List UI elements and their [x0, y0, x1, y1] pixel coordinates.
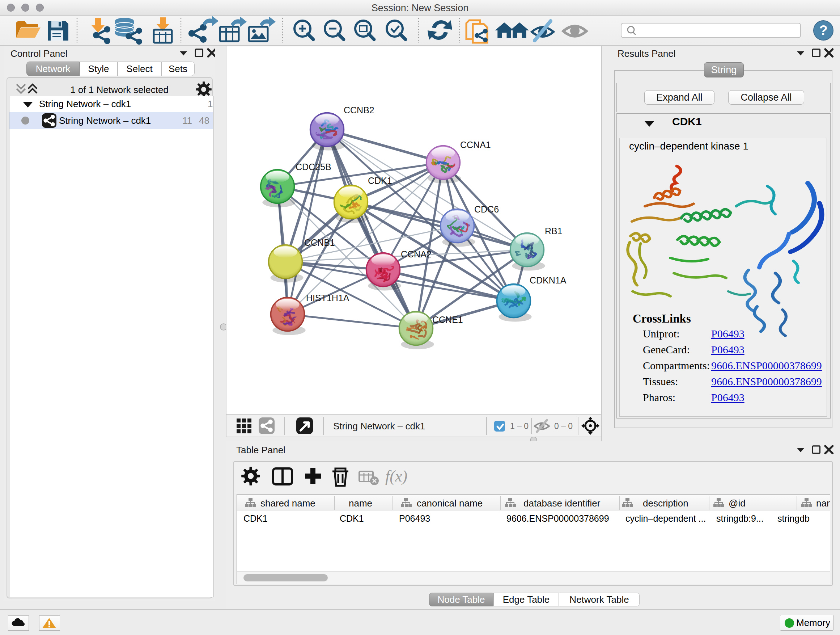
svg-text:CDC6: CDC6	[474, 204, 499, 214]
svg-text:namespace: namespace	[816, 498, 830, 509]
svg-text:CCNA1: CCNA1	[460, 140, 491, 150]
svg-text:shared name: shared name	[261, 498, 316, 509]
svg-text:CDK1: CDK1	[368, 176, 392, 186]
svg-text:name: name	[349, 498, 372, 509]
svg-text:CDKN1A: CDKN1A	[530, 275, 567, 285]
svg-text:description: description	[643, 498, 688, 509]
svg-text:CCNE1: CCNE1	[432, 315, 463, 325]
svg-text:RB1: RB1	[545, 226, 562, 236]
svg-text:@id: @id	[729, 498, 745, 509]
svg-text:f(x): f(x)	[385, 467, 407, 485]
svg-text:HIST1H1A: HIST1H1A	[306, 293, 349, 303]
svg-text:0 – 0: 0 – 0	[554, 421, 573, 431]
svg-text:?: ?	[819, 23, 827, 38]
svg-text:database identifier: database identifier	[523, 498, 600, 509]
svg-text:canonical name: canonical name	[417, 498, 483, 509]
svg-text:1 of 1 Network selected: 1 of 1 Network selected	[70, 84, 169, 95]
svg-text:String Network – cdk1: String Network – cdk1	[333, 421, 425, 432]
svg-text:CCNA2: CCNA2	[401, 249, 431, 259]
svg-text:CCNB1: CCNB1	[304, 238, 335, 248]
svg-text:1 – 0: 1 – 0	[510, 421, 529, 431]
svg-text:CDC25B: CDC25B	[295, 162, 332, 172]
svg-text:CCNB2: CCNB2	[344, 105, 374, 115]
